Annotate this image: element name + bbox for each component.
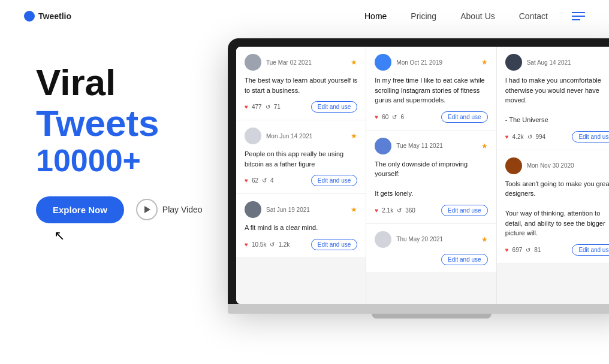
explore-button[interactable]: Explore Now	[36, 196, 124, 223]
laptop-base	[228, 304, 609, 314]
hero-line2: Tweets	[36, 103, 204, 144]
laptop-body: Tue Mar 02 2021 ★ The best way to learn …	[228, 38, 609, 304]
tweet-header: Tue Mar 02 2021 ★	[245, 54, 357, 71]
laptop-mockup: Tue Mar 02 2021 ★ The best way to learn …	[228, 38, 609, 318]
tweet-header: Sat Jun 19 2021 ★	[245, 201, 357, 218]
tweet-stats: ♥ 477 ↺ 71	[245, 104, 281, 110]
tweet-stats: ♥ 2.1k ↺ 360	[375, 207, 415, 214]
tweet-grid: Tue Mar 02 2021 ★ The best way to learn …	[236, 47, 609, 304]
tweet-card-1-2: Mon Jun 14 2021 ★ People on this app rea…	[236, 120, 366, 194]
nav-about[interactable]: About Us	[460, 11, 495, 21]
edit-use-button[interactable]: Edit and use	[311, 101, 358, 113]
star-icon: ★	[481, 58, 488, 66]
edit-use-button[interactable]: Edit and use	[572, 131, 609, 142]
edit-use-button[interactable]: Edit and use	[572, 244, 609, 256]
avatar	[245, 201, 261, 218]
edit-use-button[interactable]: Edit and use	[441, 205, 488, 216]
tweet-date: Sat Jun 19 2021	[266, 207, 346, 213]
nav-contact[interactable]: Contact	[519, 11, 548, 21]
tweet-header: Sat Aug 14 2021 ★	[505, 54, 609, 71]
logo[interactable]: Tweetlio	[24, 11, 71, 22]
tweet-text: The best way to learn about yourself is …	[245, 75, 357, 95]
tweet-col-1: Tue Mar 02 2021 ★ The best way to learn …	[236, 47, 366, 304]
tweet-date: Sat Aug 14 2021	[527, 59, 607, 66]
hamburger-menu[interactable]	[572, 12, 585, 20]
laptop-foot	[372, 314, 492, 318]
tweet-text: In my free time I like to eat cake while…	[375, 75, 487, 105]
star-icon: ★	[481, 142, 488, 150]
logo-icon	[24, 11, 35, 22]
edit-use-button[interactable]: Edit and use	[441, 111, 488, 123]
star-icon: ★	[481, 235, 488, 244]
star-icon: ★	[351, 205, 357, 214]
tweet-col-3: Sat Aug 14 2021 ★ I had to make you unco…	[497, 47, 609, 304]
tweet-header: Mon Oct 21 2019 ★	[375, 54, 487, 71]
tweet-stats: ♥ 4.2k ↺ 994	[505, 134, 546, 140]
avatar	[505, 54, 522, 71]
tweet-stats: ♥ 60 ↺ 6	[375, 114, 404, 120]
tweet-card-1-3: Sat Jun 19 2021 ★ A fit mind is a clear …	[236, 194, 366, 258]
tweet-header: Mon Jun 14 2021 ★	[245, 128, 357, 144]
avatar	[375, 54, 391, 71]
avatar	[375, 138, 391, 154]
hero-count: 10000+	[36, 144, 204, 178]
nav-links: Home Pricing About Us Contact	[364, 11, 585, 21]
hero-heading: Viral Tweets 10000+	[36, 62, 204, 178]
tweet-footer: ♥ 697 ↺ 81 Edit and use	[505, 244, 609, 256]
avatar	[375, 231, 391, 248]
play-video-button[interactable]: Play Video	[136, 199, 203, 220]
nav-pricing[interactable]: Pricing	[411, 11, 436, 21]
star-icon: ★	[351, 132, 357, 140]
tweet-card-2-3: Thu May 20 2021 ★ Edit and use	[366, 224, 496, 273]
tweet-header: Mon Nov 30 2020 ★	[505, 157, 609, 174]
tweet-card-2-1: Mon Oct 21 2019 ★ In my free time I like…	[366, 47, 496, 131]
tweet-text: People on this app really be using bitco…	[245, 149, 357, 169]
hamburger-line-1	[572, 12, 585, 13]
tweet-footer: ♥ 4.2k ↺ 994 Edit and use	[505, 131, 609, 142]
tweet-text: Tools aren't going to make you great des…	[505, 179, 609, 238]
tweet-stats: ♥ 697 ↺ 81	[505, 247, 541, 253]
tweet-text: I had to make you uncomfortable otherwis…	[505, 75, 609, 125]
hero-line1: Viral	[36, 62, 116, 103]
tweet-stats: ♥ 62 ↺ 4	[245, 177, 274, 184]
star-icon: ★	[351, 58, 357, 66]
hamburger-line-3	[572, 19, 580, 20]
play-label: Play Video	[162, 205, 203, 214]
tweet-footer: ♥ 477 ↺ 71 Edit and use	[245, 101, 357, 113]
hero-actions: Explore Now Play Video	[36, 196, 204, 223]
tweet-col-2: Mon Oct 21 2019 ★ In my free time I like…	[366, 47, 496, 304]
edit-use-button[interactable]: Edit and use	[311, 175, 358, 186]
tweet-card-3-1: Sat Aug 14 2021 ★ I had to make you unco…	[497, 47, 609, 150]
edit-use-button[interactable]: Edit and use	[311, 239, 358, 250]
tweet-date: Tue May 11 2021	[396, 142, 476, 149]
tweet-card-3-2: Mon Nov 30 2020 ★ Tools aren't going to …	[497, 150, 609, 263]
tweet-date: Mon Jun 14 2021	[266, 133, 346, 139]
tweet-footer: ♥ 60 ↺ 6 Edit and use	[375, 111, 487, 123]
tweet-date: Thu May 20 2021	[396, 236, 476, 242]
tweet-text: A fit mind is a clear mind.	[245, 223, 357, 233]
edit-use-button[interactable]: Edit and use	[441, 254, 488, 265]
cursor-icon: ↖	[54, 228, 204, 244]
tweet-card-1-1: Tue Mar 02 2021 ★ The best way to learn …	[236, 47, 366, 120]
avatar	[505, 157, 522, 174]
tweet-header: Thu May 20 2021 ★	[375, 231, 487, 248]
laptop-screen: Tue Mar 02 2021 ★ The best way to learn …	[236, 47, 609, 304]
tweet-date: Tue Mar 02 2021	[266, 59, 346, 66]
tweet-footer: ♥ 2.1k ↺ 360 Edit and use	[375, 205, 487, 216]
play-triangle-icon	[144, 206, 150, 213]
avatar	[245, 128, 261, 144]
avatar	[245, 54, 261, 71]
tweet-footer: ♥ 62 ↺ 4 Edit and use	[245, 175, 357, 186]
tweet-stats: ♥ 10.5k ↺ 1.2k	[245, 241, 290, 248]
tweet-date: Mon Nov 30 2020	[527, 162, 607, 169]
play-circle-icon	[136, 199, 158, 220]
nav-home[interactable]: Home	[364, 11, 387, 21]
brand-name: Tweetlio	[38, 11, 71, 21]
tweet-text: The only downside of improving yourself:…	[375, 159, 487, 199]
navbar: Tweetlio Home Pricing About Us Contact	[0, 0, 609, 32]
tweet-date: Mon Oct 21 2019	[396, 59, 476, 66]
hero-text: Viral Tweets 10000+ Explore Now Play Vid…	[36, 44, 204, 244]
hamburger-line-2	[572, 16, 585, 17]
tweet-header: Tue May 11 2021 ★	[375, 138, 487, 154]
tweet-footer: Edit and use	[375, 254, 487, 265]
